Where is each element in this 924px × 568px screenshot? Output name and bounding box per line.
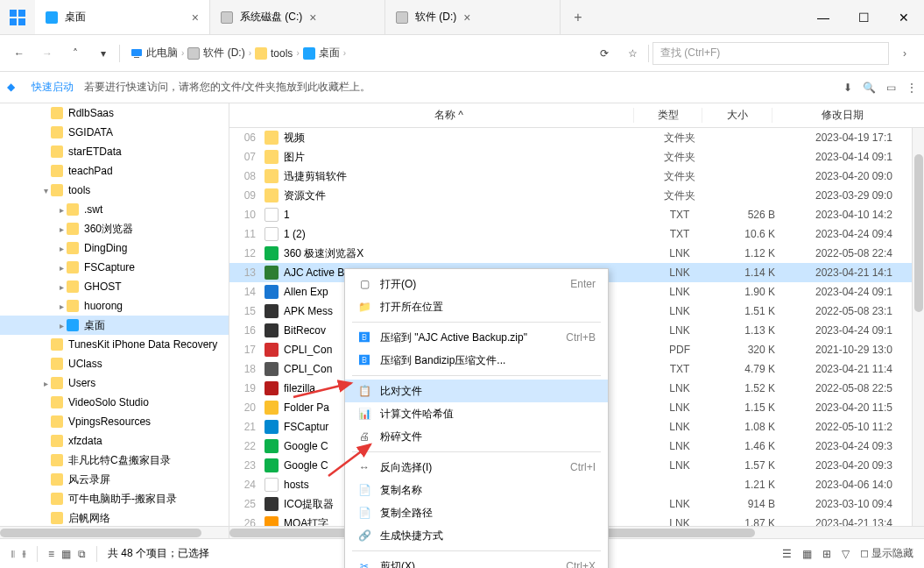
tree-item[interactable]: 启帆网络	[0, 508, 229, 528]
menu-item-open[interactable]: ▢打开(O)Enter	[345, 273, 608, 295]
view-icons-icon[interactable]: ▦	[802, 548, 812, 560]
expander-icon[interactable]: ▸	[40, 379, 51, 388]
tab-2[interactable]: 软件 (D:)×	[385, 0, 561, 34]
breadcrumb-3[interactable]: 桌面	[303, 46, 340, 60]
toggle-hidden[interactable]: ◻ 显示隐藏	[860, 546, 913, 561]
tree-item[interactable]: RdlbSaas	[0, 103, 229, 123]
list-scrollbar-y[interactable]	[912, 128, 924, 526]
close-tab-icon[interactable]: ×	[192, 11, 199, 25]
close-tab-icon[interactable]: ×	[463, 11, 470, 25]
file-row[interactable]: 12360 极速浏览器XLNK1.12 K2022-05-08 22:4	[229, 244, 924, 263]
back-button[interactable]: ←	[7, 41, 32, 66]
tree-label: 可牛电脑助手-搬家目录	[68, 492, 177, 507]
column-headers[interactable]: 名称 ^ 类型 大小 修改日期	[229, 103, 924, 128]
column-date[interactable]: 修改日期	[772, 108, 912, 123]
tree-item[interactable]: ▾tools	[0, 181, 229, 200]
menu-item-compare[interactable]: 📋比对文件	[345, 380, 608, 402]
breadcrumb-1[interactable]: 软件 (D:)	[187, 46, 244, 60]
menu-item-zip[interactable]: 🅱压缩到 Bandizip压缩文件...	[345, 349, 608, 372]
menu-item-cut[interactable]: ✂剪切(X)Ctrl+X	[345, 555, 608, 568]
tree-item[interactable]: xfzdata	[0, 431, 229, 451]
file-row[interactable]: 06视频文件夹2023-04-19 17:1	[229, 128, 924, 147]
tree-item[interactable]: SGIDATA	[0, 123, 229, 142]
tree-item[interactable]: starETData	[0, 142, 229, 161]
refresh-button[interactable]: ⟳	[592, 41, 617, 66]
maximize-button[interactable]: ☐	[843, 0, 884, 34]
view-details-icon[interactable]: ☰	[782, 548, 792, 560]
menu-item-invert[interactable]: ↔反向选择(I)Ctrl+I	[345, 456, 608, 479]
tree-item[interactable]: ▸DingDing	[0, 238, 229, 258]
search-icon[interactable]: 🔍	[863, 82, 876, 94]
file-row[interactable]: 09资源文件文件夹2023-03-29 09:0	[229, 186, 924, 205]
breadcrumb[interactable]: 此电脑›软件 (D:)›tools›桌面›	[123, 46, 589, 60]
view-spacious-icon[interactable]: ⫵	[22, 548, 26, 560]
expander-icon[interactable]: ▸	[56, 244, 67, 253]
menu-item-shred[interactable]: 🖨粉碎文件	[345, 425, 608, 448]
column-type[interactable]: 类型	[633, 108, 702, 123]
view-list-icon[interactable]: ≡	[48, 548, 54, 560]
tree-item[interactable]: 风云录屏	[0, 470, 229, 489]
folder-tree[interactable]: RdlbSaasSGIDATAstarETDatateachPad▾tools▸…	[0, 103, 229, 538]
tree-item[interactable]: ▸360浏览器	[0, 219, 229, 238]
tree-item[interactable]: 非凡比特C盘搬家目录	[0, 451, 229, 470]
tree-item[interactable]: VpingsResources	[0, 412, 229, 431]
layout-icon[interactable]: ▭	[886, 82, 896, 94]
column-name[interactable]: 名称 ^	[265, 108, 633, 123]
search-input[interactable]: 查找 (Ctrl+F)	[652, 42, 889, 65]
download-icon[interactable]: ⬇	[843, 82, 852, 94]
expander-icon[interactable]: ▸	[56, 321, 67, 330]
tree-item[interactable]: 可牛电脑助手-搬家目录	[0, 489, 229, 508]
new-tab-button[interactable]: +	[561, 0, 596, 34]
expander-icon[interactable]: ▸	[56, 205, 67, 215]
menu-item-zip[interactable]: 🅱压缩到 "AJC Active Backup.zip"Ctrl+B	[345, 326, 608, 349]
file-size: 1.57 K	[714, 459, 784, 472]
close-tab-icon[interactable]: ×	[309, 11, 316, 25]
up-button[interactable]: ˄	[63, 41, 88, 66]
history-dropdown[interactable]: ▾	[91, 41, 116, 66]
star-button[interactable]: ☆	[620, 41, 645, 66]
tree-item[interactable]: ▸.swt	[0, 200, 229, 219]
app-icon	[265, 458, 279, 472]
tab-0[interactable]: 桌面×	[35, 0, 210, 34]
tree-item[interactable]: UClass	[0, 354, 229, 373]
expander-icon[interactable]: ▸	[56, 282, 67, 292]
column-size[interactable]: 大小	[702, 108, 772, 123]
tree-item[interactable]: ▸Users	[0, 373, 229, 393]
expander-icon[interactable]: ▸	[56, 224, 67, 234]
breadcrumb-0[interactable]: 此电脑	[130, 46, 178, 60]
tree-item[interactable]: VideoSolo Studio	[0, 393, 229, 412]
menu-item-location[interactable]: 📁打开所在位置	[345, 295, 608, 318]
view-compact-icon[interactable]: ⫴	[11, 548, 15, 560]
app-logo[interactable]	[0, 0, 35, 34]
file-row[interactable]: 07图片文件夹2023-04-14 09:1	[229, 147, 924, 167]
menu-item-copyname[interactable]: 📄复制名称	[345, 479, 608, 501]
tree-item[interactable]: ▸桌面	[0, 316, 229, 335]
expander-icon[interactable]: ▸	[56, 263, 67, 273]
search-go-icon[interactable]: ›	[892, 41, 917, 66]
expander-icon[interactable]: ▸	[56, 302, 67, 311]
view-tree-icon[interactable]: ⧉	[78, 548, 86, 560]
close-window-button[interactable]: ✕	[884, 0, 924, 34]
more-icon[interactable]: ⋮	[906, 82, 917, 94]
view-summary-icon[interactable]: ⊞	[822, 548, 831, 560]
file-row[interactable]: 08迅捷剪辑软件文件夹2023-04-20 09:0	[229, 167, 924, 186]
tree-item[interactable]: ▸huorong	[0, 296, 229, 316]
tree-scrollbar-x[interactable]	[0, 526, 229, 538]
expander-icon[interactable]: ▾	[40, 186, 51, 195]
file-row[interactable]: 111 (2)TXT10.6 K2023-04-24 09:4	[229, 224, 924, 244]
quick-launch-label[interactable]: 快速启动	[32, 80, 74, 95]
tree-item[interactable]: ▸FSCapture	[0, 258, 229, 277]
menu-item-hash[interactable]: 📊计算文件哈希值	[345, 402, 608, 425]
filter-icon[interactable]: ▽	[842, 548, 850, 560]
tree-item[interactable]: ▸GHOST	[0, 277, 229, 296]
file-row[interactable]: 101TXT526 B2023-04-10 14:2	[229, 205, 924, 224]
menu-item-copypath[interactable]: 📄复制全路径	[345, 501, 608, 524]
menu-item-shortcut[interactable]: 🔗生成快捷方式	[345, 524, 608, 547]
minimize-button[interactable]: —	[803, 0, 843, 34]
tab-1[interactable]: 系统磁盘 (C:)×	[210, 0, 385, 34]
tree-item[interactable]: teachPad	[0, 161, 229, 181]
forward-button[interactable]: →	[35, 41, 60, 66]
view-grid-icon[interactable]: ▦	[61, 548, 71, 560]
tree-item[interactable]: TunesKit iPhone Data Recovery	[0, 335, 229, 354]
breadcrumb-2[interactable]: tools	[255, 47, 293, 60]
